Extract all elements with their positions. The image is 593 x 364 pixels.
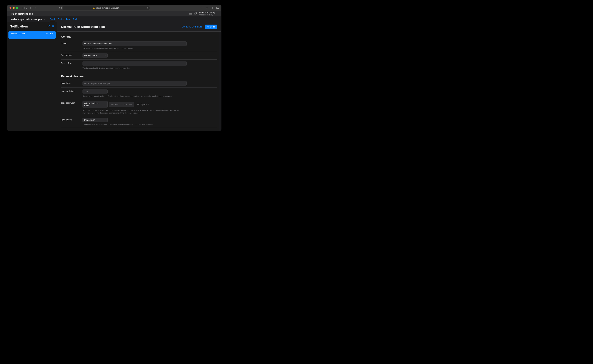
new-tab-icon[interactable] [211, 6, 214, 9]
apns-topic-input[interactable] [83, 81, 187, 86]
apns-push-type-help: Use the alert push type for notification… [83, 95, 187, 98]
apns-priority-label: apns-priority [61, 117, 80, 121]
menu-button[interactable] [189, 13, 192, 15]
chevron-down-icon: ⌄ [105, 54, 106, 56]
chevron-down-icon: ⌄ [217, 13, 219, 14]
scrollbar[interactable] [219, 22, 221, 131]
browser-toolbar: ⌄ 🔒 icloud.developer.apple.com ⟳ [7, 5, 221, 11]
notification-title: New Notification [11, 32, 25, 35]
apns-expiration-label: apns-expiration [61, 101, 80, 104]
send-button[interactable]: Send [205, 25, 217, 29]
apns-topic-label: apns-topic [61, 81, 80, 84]
content-pane: Normal Push Notification Test Get cURL C… [57, 22, 221, 131]
nav-forward-button[interactable] [34, 6, 37, 9]
apns-expiration-help: APNs will attempt to deliver the notific… [83, 109, 180, 114]
tab-send[interactable]: Send [50, 16, 55, 22]
section-general: General [61, 35, 217, 38]
device-token-label: Device Token [61, 61, 80, 65]
page-title: Normal Push Notification Test [61, 25, 182, 29]
apns-expiration-value: Attempt delivery once [84, 102, 104, 107]
sub-header: co.developerinsider.sample ⌄ Send Delive… [7, 16, 221, 22]
device-token-help: The hexadecimal bytes that identify the … [83, 67, 187, 69]
apns-priority-help: The notification will be delivered based… [83, 123, 187, 126]
tab-delivery-log[interactable]: Delivery Log [58, 16, 70, 22]
apns-priority-value: Medium (5) [84, 119, 95, 121]
chevron-down-icon: ⌄ [44, 18, 45, 20]
user-team: Vineet Choudhary [198, 14, 216, 16]
window-controls [9, 7, 18, 9]
sidebar-toggle-button[interactable]: ⌄ [22, 6, 27, 9]
apns-priority-select[interactable]: Medium (5) ⌄ [83, 117, 108, 122]
shield-icon[interactable] [59, 6, 62, 9]
get-curl-button[interactable]: Get cURL Command [182, 26, 202, 28]
name-input[interactable] [83, 41, 187, 46]
notification-list-item[interactable]: New Notification Just now - [8, 31, 56, 39]
chevron-down-icon: ⌄ [105, 104, 106, 105]
avatar-icon [194, 12, 197, 15]
main-area: Notifications New Notification Just now … [7, 22, 221, 131]
downloads-icon[interactable] [200, 6, 204, 9]
apns-expiration-epoch: UNIX Epoch: 0 [136, 103, 149, 105]
name-label: Name [61, 41, 80, 45]
close-window-button[interactable] [9, 7, 11, 9]
app-window: ⌄ 🔒 icloud.developer.apple.com ⟳ [7, 5, 221, 131]
account-menu[interactable]: Vineet Choudhary Vineet Choudhary ⌄ [194, 11, 219, 16]
app-header: Push Notifications Vineet Choudhary Vine… [7, 11, 221, 16]
apns-expiration-date-input[interactable] [109, 102, 134, 107]
section-headers: Request Headers [61, 75, 217, 78]
lock-icon: 🔒 [93, 7, 95, 9]
apns-push-type-label: apns-push-type [61, 89, 80, 92]
url-text: icloud.developer.apple.com [96, 7, 119, 9]
tab-tools[interactable]: Tools [73, 16, 78, 22]
reload-icon[interactable]: ⟳ [147, 7, 148, 9]
apns-expiration-select[interactable]: Attempt delivery once ⌄ [83, 101, 108, 108]
app-id-selector[interactable]: co.developerinsider.sample ⌄ [10, 18, 45, 21]
send-button-label: Send [210, 26, 215, 28]
svg-rect-8 [217, 7, 219, 9]
tab-overview-icon[interactable] [216, 6, 219, 9]
apns-push-type-value: alert [84, 90, 88, 93]
compose-icon[interactable] [52, 25, 54, 28]
nav-back-button[interactable] [29, 6, 32, 9]
name-help: Provide a name to help identify this not… [83, 47, 187, 50]
environment-label: Environment [61, 53, 80, 56]
environment-value: Development [84, 54, 97, 57]
url-bar[interactable]: 🔒 icloud.developer.apple.com ⟳ [63, 6, 150, 10]
user-name: Vineet Choudhary [198, 11, 216, 14]
apns-push-type-select[interactable]: alert ⌄ [83, 89, 108, 94]
share-icon[interactable] [206, 6, 209, 9]
send-icon [207, 26, 209, 28]
app-title: Push Notifications [11, 12, 33, 15]
app-id-label: co.developerinsider.sample [10, 18, 42, 21]
zoom-window-button[interactable] [16, 7, 18, 9]
chevron-down-icon: ⌄ [26, 7, 27, 9]
device-token-input[interactable] [83, 61, 187, 66]
sidebar: Notifications New Notification Just now … [7, 22, 57, 131]
svg-rect-0 [22, 7, 25, 9]
notification-sub: - [11, 35, 53, 37]
filter-icon[interactable] [47, 25, 50, 28]
chevron-down-icon: ⌄ [105, 119, 106, 121]
chevron-down-icon: ⌄ [105, 91, 106, 92]
sidebar-title: Notifications [10, 25, 46, 28]
minimize-window-button[interactable] [13, 7, 15, 9]
environment-select[interactable]: Development ⌄ [83, 53, 108, 58]
notification-time: Just now [46, 32, 53, 35]
